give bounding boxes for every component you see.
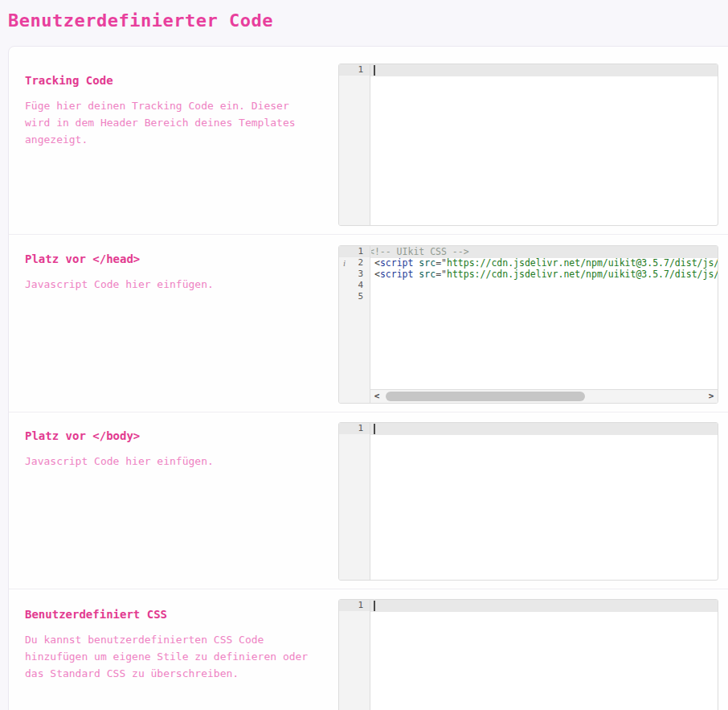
line-number: 1: [339, 423, 370, 434]
editor-code[interactable]: [371, 423, 718, 580]
section-description: Füge hier deinen Tracking Code ein. Dies…: [25, 97, 318, 148]
editor-gutter: 1i2345: [339, 246, 370, 403]
code-line: [371, 423, 718, 434]
section-benutzerdefiniert-css: Benutzerdefiniert CSS Du kannst benutzer…: [9, 589, 728, 710]
section-text-column: Benutzerdefiniert CSS Du kannst benutzer…: [25, 599, 338, 710]
line-number: 5: [339, 291, 370, 302]
section-heading: Tracking Code: [25, 74, 318, 87]
editor-gutter: 1: [339, 64, 370, 225]
section-editor-column: 1: [338, 64, 718, 234]
section-description: Javascript Code hier einfügen.: [25, 276, 318, 293]
editor-gutter: 1: [339, 423, 370, 580]
code-line: [371, 280, 718, 291]
section-platz-vor-body: Platz vor </body> Javascript Code hier e…: [9, 412, 728, 589]
code-editor-head[interactable]: 1i2345 <!-- UIkit CSS --> <script src="h…: [338, 245, 718, 404]
section-text-column: Platz vor </head> Javascript Code hier e…: [25, 245, 338, 412]
line-number: 4: [339, 280, 370, 291]
editor-code[interactable]: <!-- UIkit CSS --> <script src="https://…: [371, 246, 718, 403]
section-text-column: Tracking Code Füge hier deinen Tracking …: [25, 64, 338, 234]
code-editor-tracking[interactable]: 1: [338, 64, 718, 226]
section-heading: Platz vor </head>: [25, 252, 318, 265]
section-description: Du kannst benutzerdefinierten CSS Code h…: [25, 631, 318, 682]
editor-code[interactable]: [371, 64, 718, 225]
section-tracking-code: Tracking Code Füge hier deinen Tracking …: [9, 47, 728, 234]
code-editor-css[interactable]: 1: [338, 599, 718, 710]
code-line: [371, 291, 718, 302]
gutter-info-marker-icon: i: [343, 257, 346, 269]
text-cursor: [374, 65, 375, 76]
text-cursor: [374, 601, 375, 611]
line-number: 3: [339, 269, 370, 280]
section-heading: Platz vor </body>: [25, 429, 318, 442]
code-line: [371, 64, 718, 76]
section-editor-column: 1: [338, 422, 718, 589]
editor-gutter: 1: [339, 600, 370, 710]
scroll-thumb[interactable]: [386, 392, 585, 401]
code-line: <script src="https://cdn.jsdelivr.net/np…: [371, 257, 718, 269]
line-number: 1: [339, 600, 370, 611]
settings-card: Tracking Code Füge hier deinen Tracking …: [8, 46, 728, 710]
section-platz-vor-head: Platz vor </head> Javascript Code hier e…: [9, 234, 728, 412]
code-editor-body[interactable]: 1: [338, 422, 718, 581]
scroll-right-arrow-icon[interactable]: >: [705, 390, 718, 403]
code-line: [371, 600, 718, 611]
section-description: Javascript Code hier einfügen.: [25, 453, 318, 470]
page-title: Benutzerdefinierter Code: [0, 0, 728, 31]
scroll-left-arrow-icon[interactable]: <: [370, 390, 383, 403]
custom-code-page: Benutzerdefinierter Code Tracking Code F…: [0, 0, 728, 710]
section-editor-column: 1i2345 <!-- UIkit CSS --> <script src="h…: [338, 245, 718, 412]
text-cursor: [374, 424, 375, 434]
line-number: i2: [339, 257, 370, 269]
code-line: <script src="https://cdn.jsdelivr.net/np…: [371, 269, 718, 280]
line-number: 1: [339, 64, 370, 76]
section-text-column: Platz vor </body> Javascript Code hier e…: [25, 422, 338, 589]
section-editor-column: 1: [338, 599, 718, 710]
code-line: <!-- UIkit CSS -->: [371, 246, 718, 257]
section-heading: Benutzerdefiniert CSS: [25, 608, 318, 621]
line-number: 1: [339, 246, 370, 257]
editor-code[interactable]: [371, 600, 718, 710]
horizontal-scrollbar[interactable]: <>: [370, 389, 718, 403]
